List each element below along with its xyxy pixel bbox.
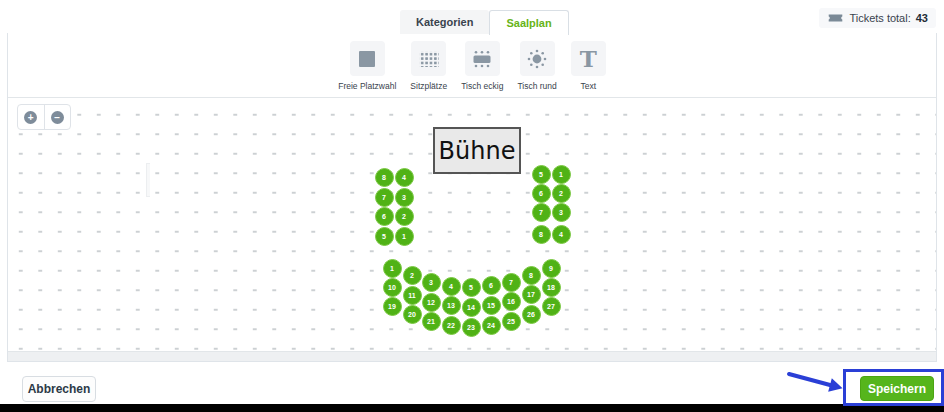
plus-icon: +	[24, 111, 37, 124]
tool-tisch-rund[interactable]: Tisch rund	[517, 41, 556, 91]
tool-box: T	[571, 41, 606, 76]
tool-label: Tisch eckig	[461, 81, 503, 91]
horizontal-scrollbar[interactable]	[8, 351, 936, 361]
seat-4[interactable]: 4	[395, 168, 414, 187]
seat-17[interactable]: 17	[522, 285, 541, 304]
seat-27[interactable]: 27	[542, 297, 561, 316]
tool-box	[350, 41, 385, 76]
seat-6[interactable]: 6	[375, 207, 394, 226]
seat-7[interactable]: 7	[532, 203, 551, 222]
tool-box	[465, 41, 500, 76]
tool-box	[411, 41, 446, 76]
seat-16[interactable]: 16	[502, 292, 521, 311]
tool-label: Sitzplätze	[410, 81, 447, 91]
zoom-controls: + −	[17, 104, 71, 130]
tool-tisch-eckig[interactable]: Tisch eckig	[461, 41, 503, 91]
stage-box[interactable]: Bühne	[433, 127, 521, 174]
tickets-total-value: 43	[916, 12, 928, 24]
seat-8[interactable]: 8	[532, 225, 551, 244]
rect-table-icon	[471, 50, 493, 68]
round-table-icon	[527, 49, 547, 69]
cancel-button[interactable]: Abbrechen	[22, 376, 96, 402]
tickets-total-badge: Tickets total: 43	[819, 8, 936, 28]
zoom-out-button[interactable]: −	[44, 105, 71, 129]
ticket-icon	[827, 12, 844, 24]
tool-label: Text	[580, 81, 596, 91]
seat-25[interactable]: 25	[502, 312, 521, 331]
seat-3[interactable]: 3	[422, 273, 441, 292]
seat-3[interactable]: 3	[552, 203, 571, 222]
tab-kategorien[interactable]: Kategorien	[400, 10, 489, 34]
seat-8[interactable]: 8	[522, 266, 541, 285]
seat-1[interactable]: 1	[552, 165, 571, 184]
seat-12[interactable]: 12	[422, 293, 441, 312]
seat-14[interactable]: 14	[462, 298, 481, 317]
seat-11[interactable]: 11	[403, 286, 422, 305]
seat-9[interactable]: 9	[542, 259, 561, 278]
seat-23[interactable]: 23	[462, 318, 481, 337]
seat-2[interactable]: 2	[395, 207, 414, 226]
tool-text[interactable]: T Text	[571, 41, 606, 91]
seat-22[interactable]: 22	[442, 316, 461, 335]
save-button[interactable]: Speichern	[860, 376, 934, 401]
seat-2[interactable]: 2	[552, 184, 571, 203]
tickets-total-label: Tickets total:	[849, 12, 910, 24]
seatmap-canvas[interactable]: + − Bühne 847362515162738412345678910111…	[8, 97, 936, 351]
seat-1[interactable]: 1	[383, 259, 402, 278]
seat-5[interactable]: 5	[462, 278, 481, 297]
seat-1[interactable]: 1	[395, 227, 414, 246]
square-icon	[359, 51, 375, 67]
seat-grid-icon	[419, 51, 439, 67]
seat-24[interactable]: 24	[482, 316, 501, 335]
seat-20[interactable]: 20	[403, 305, 422, 324]
annotation-arrow-icon	[778, 363, 850, 397]
seat-8[interactable]: 8	[375, 168, 394, 187]
tab-bar: Kategorien Saalplan	[400, 10, 569, 34]
tab-saalplan[interactable]: Saalplan	[489, 10, 568, 35]
seat-18[interactable]: 18	[542, 278, 561, 297]
bottom-bar	[0, 404, 944, 412]
seat-7[interactable]: 7	[502, 273, 521, 292]
seat-15[interactable]: 15	[482, 296, 501, 315]
seat-10[interactable]: 10	[383, 278, 402, 297]
saalplan-editor: Kategorien Saalplan Tickets total: 43 Fr…	[0, 0, 944, 412]
seat-6[interactable]: 6	[482, 276, 501, 295]
toolbar: Freie Platzwahl Sitzplätze Tisch eckig	[8, 33, 936, 97]
tool-label: Tisch rund	[517, 81, 556, 91]
tool-box	[520, 41, 555, 76]
seat-5[interactable]: 5	[532, 165, 551, 184]
seat-26[interactable]: 26	[522, 305, 541, 324]
zoom-in-button[interactable]: +	[18, 105, 44, 129]
tool-label: Freie Platzwahl	[338, 81, 396, 91]
seat-7[interactable]: 7	[375, 188, 394, 207]
seat-2[interactable]: 2	[403, 266, 422, 285]
minus-icon: −	[51, 111, 64, 124]
seat-13[interactable]: 13	[442, 296, 461, 315]
tool-sitzplaetze[interactable]: Sitzplätze	[410, 41, 447, 91]
seat-4[interactable]: 4	[442, 277, 461, 296]
seat-3[interactable]: 3	[395, 188, 414, 207]
seat-4[interactable]: 4	[552, 225, 571, 244]
selection-mark	[146, 163, 150, 197]
seat-6[interactable]: 6	[532, 184, 551, 203]
text-icon: T	[580, 47, 597, 70]
seat-21[interactable]: 21	[422, 312, 441, 331]
tool-freie-platzwahl[interactable]: Freie Platzwahl	[338, 41, 396, 91]
seat-5[interactable]: 5	[375, 227, 394, 246]
seat-19[interactable]: 19	[383, 297, 402, 316]
